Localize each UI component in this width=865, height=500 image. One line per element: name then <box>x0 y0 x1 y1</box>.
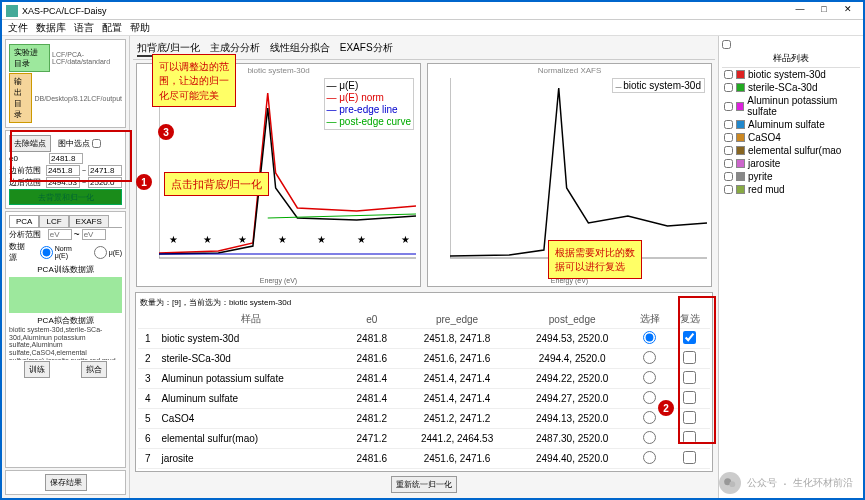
titlebar: XAS-PCA/LCF-Daisy — □ ✕ <box>2 2 863 20</box>
e0-input[interactable] <box>49 153 83 164</box>
tab-lcf[interactable]: LCF <box>39 215 68 227</box>
train-button[interactable]: 训练 <box>24 361 50 378</box>
color-swatch <box>736 133 745 142</box>
sample-checkbox[interactable] <box>724 120 733 129</box>
sample-list-item[interactable]: elemental sulfur(mao <box>722 144 860 157</box>
svg-text:★: ★ <box>317 234 326 245</box>
sample-list-item[interactable]: pyrite <box>722 170 860 183</box>
sample-list-item[interactable]: Aluminun potassium sulfate <box>722 94 860 118</box>
table-row[interactable]: 2sterile-SCa-30d2481.62451.6, 2471.62494… <box>138 349 710 369</box>
sample-list-item[interactable]: Aluminum sulfate <box>722 118 860 131</box>
tab-exafs-analysis[interactable]: EXAFS分析 <box>340 41 393 57</box>
sample-checkbox[interactable] <box>724 146 733 155</box>
post-to-input[interactable] <box>88 177 122 188</box>
range-from-input[interactable] <box>48 229 72 240</box>
sample-checkbox[interactable] <box>724 133 733 142</box>
row-compare-checkbox[interactable] <box>683 371 696 384</box>
chart-left-xlabel: Energy (eV) <box>260 277 297 284</box>
fit-button[interactable]: 拟合 <box>81 361 107 378</box>
save-result-button[interactable]: 保存结果 <box>45 474 87 491</box>
chart-left-legend: — μ(E) — μ(E) norm — pre-edge line — pos… <box>324 78 415 130</box>
normalize-button[interactable]: 去背景和归一化 <box>9 189 122 205</box>
table-row[interactable]: 4Aluminum sulfate2481.42451.4, 2471.4249… <box>138 389 710 409</box>
sample-name: red mud <box>748 184 785 195</box>
row-compare-checkbox[interactable] <box>683 411 696 424</box>
table-row[interactable]: 7jarosite2481.62451.6, 2471.62494.40, 25… <box>138 449 710 469</box>
pre-from-input[interactable] <box>46 165 80 176</box>
select-all-checkbox[interactable] <box>722 40 731 49</box>
row-select-radio[interactable] <box>643 451 656 464</box>
samples-table: 样品e0pre_edgepost_edge选择复选 1biotic system… <box>138 310 710 469</box>
table-header: 选择 <box>630 310 670 329</box>
mu-radio[interactable] <box>94 246 107 259</box>
norm-radio[interactable] <box>40 246 53 259</box>
sample-list-item[interactable]: biotic system-30d <box>722 68 860 81</box>
sample-list-item[interactable]: CaSO4 <box>722 131 860 144</box>
e0-label: e0 <box>9 154 47 163</box>
menu-config[interactable]: 配置 <box>102 21 122 35</box>
row-compare-checkbox[interactable] <box>683 451 696 464</box>
close-button[interactable]: ✕ <box>837 4 859 18</box>
datasource-label: 数据源 <box>9 241 33 263</box>
analysis-range-label: 分析范围 <box>9 229 41 240</box>
menu-database[interactable]: 数据库 <box>36 21 66 35</box>
pca-train-area[interactable] <box>9 277 122 313</box>
output-dir-button[interactable]: 输出目录 <box>9 73 32 123</box>
sample-checkbox[interactable] <box>724 70 733 79</box>
renormalize-button[interactable]: 重新统一归一化 <box>391 476 457 493</box>
row-select-radio[interactable] <box>643 371 656 384</box>
color-swatch <box>736 102 744 111</box>
table-row[interactable]: 6elemental sulfur(mao)2471.22441.2, 2464… <box>138 429 710 449</box>
table-row[interactable]: 3Aluminun potassium sulfate2481.42451.4,… <box>138 369 710 389</box>
sample-list-item[interactable]: jarosite <box>722 157 860 170</box>
sample-checkbox[interactable] <box>724 83 733 92</box>
mu-label: μ(E) <box>109 249 122 256</box>
tab-exafs[interactable]: EXAFS <box>69 215 109 227</box>
norm-label: Norm μ(E) <box>55 245 87 259</box>
table-row[interactable]: 5CaSO42481.22451.2, 2471.22494.13, 2520.… <box>138 409 710 429</box>
maximize-button[interactable]: □ <box>813 4 835 18</box>
post-edge-label: 边后范围 <box>9 177 44 188</box>
annotation-text-1: 点击扣背底/归一化 <box>164 172 269 196</box>
row-compare-checkbox[interactable] <box>683 431 696 444</box>
tab-lcf-analysis[interactable]: 线性组分拟合 <box>270 41 330 57</box>
sample-list-item[interactable]: red mud <box>722 183 860 196</box>
select-in-chart-label: 图中选点 <box>58 138 90 149</box>
row-select-radio[interactable] <box>643 391 656 404</box>
pre-to-input[interactable] <box>88 165 122 176</box>
row-compare-checkbox[interactable] <box>683 391 696 404</box>
range-to-input[interactable] <box>82 229 106 240</box>
row-compare-checkbox[interactable] <box>683 351 696 364</box>
remove-endpoints-button[interactable]: 去除端点 <box>9 135 51 152</box>
menu-help[interactable]: 帮助 <box>130 21 150 35</box>
experiment-dir-button[interactable]: 实验进目录 <box>9 44 50 72</box>
sample-checkbox[interactable] <box>724 172 733 181</box>
post-from-input[interactable] <box>46 177 80 188</box>
table-row[interactable]: 1biotic system-30d2481.82451.8, 2471.824… <box>138 329 710 349</box>
sample-checkbox[interactable] <box>724 185 733 194</box>
row-compare-checkbox[interactable] <box>683 331 696 344</box>
chart-right-title: Normalized XAFS <box>538 66 602 75</box>
row-select-radio[interactable] <box>643 431 656 444</box>
experiment-path: LCF/PCA-LCF/data/standard <box>52 51 122 65</box>
select-in-chart-checkbox[interactable] <box>92 139 101 148</box>
sample-name: Aluminun potassium sulfate <box>747 95 858 117</box>
svg-text:★: ★ <box>169 234 178 245</box>
sample-name: biotic system-30d <box>748 69 826 80</box>
tab-pca[interactable]: PCA <box>9 215 39 227</box>
sample-name: elemental sulfur(mao <box>748 145 841 156</box>
row-select-radio[interactable] <box>643 411 656 424</box>
minimize-button[interactable]: — <box>789 4 811 18</box>
table-header: post_edge <box>515 310 630 329</box>
menu-language[interactable]: 语言 <box>74 21 94 35</box>
watermark-name: 生化环材前沿 <box>793 476 853 490</box>
row-select-radio[interactable] <box>643 351 656 364</box>
chart-right-legend: — biotic system-30d <box>612 78 705 93</box>
annotation-text-2: 根据需要对比的数据可以进行复选 <box>548 240 642 279</box>
menu-file[interactable]: 文件 <box>8 21 28 35</box>
sample-checkbox[interactable] <box>724 159 733 168</box>
svg-text:★: ★ <box>357 234 366 245</box>
row-select-radio[interactable] <box>643 331 656 344</box>
sample-checkbox[interactable] <box>724 102 733 111</box>
sample-list-item[interactable]: sterile-SCa-30d <box>722 81 860 94</box>
